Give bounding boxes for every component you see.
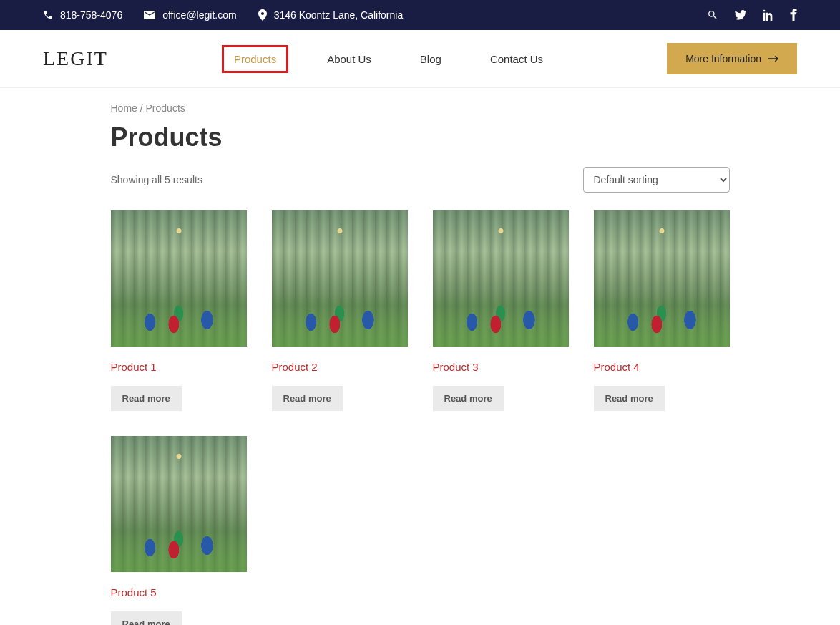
read-more-button[interactable]: Read more <box>433 386 504 411</box>
product-title: Product 4 <box>594 361 730 373</box>
nav-link-about[interactable]: About Us <box>317 47 381 71</box>
product-image <box>594 210 730 347</box>
product-image <box>433 210 569 347</box>
breadcrumb-sep: / <box>137 102 146 114</box>
cta-label: More Information <box>685 53 761 64</box>
read-more-button[interactable]: Read more <box>111 386 182 411</box>
product-grid: Product 1 Read more Product 2 Read more … <box>111 210 730 625</box>
topbar-social <box>707 9 797 21</box>
logo[interactable]: LEGIT <box>43 47 108 70</box>
products-toolbar: Showing all 5 results Default sorting <box>111 167 730 193</box>
arrow-right-icon <box>768 55 778 62</box>
product-card[interactable]: Product 3 Read more <box>433 210 569 411</box>
envelope-icon <box>144 11 155 19</box>
read-more-button[interactable]: Read more <box>111 611 182 625</box>
read-more-button[interactable]: Read more <box>272 386 343 411</box>
breadcrumb-current: Products <box>146 102 185 114</box>
product-image <box>111 436 247 572</box>
nav-link-contact[interactable]: Contact Us <box>480 47 553 71</box>
product-title: Product 5 <box>111 586 247 599</box>
search-icon[interactable] <box>707 9 718 21</box>
nav-link-products[interactable]: Products <box>222 45 288 73</box>
map-marker-icon <box>258 9 267 21</box>
main-content: Home / Products Products Showing all 5 r… <box>111 88 730 625</box>
product-image <box>272 210 408 347</box>
topbar-email[interactable]: office@legit.com <box>144 9 236 21</box>
more-info-button[interactable]: More Information <box>667 43 797 74</box>
breadcrumb: Home / Products <box>111 102 730 114</box>
page-title: Products <box>111 122 730 152</box>
result-count: Showing all 5 results <box>111 174 202 185</box>
product-card[interactable]: Product 4 Read more <box>594 210 730 411</box>
product-card[interactable]: Product 5 Read more <box>111 436 247 625</box>
nav-link-blog[interactable]: Blog <box>410 47 451 71</box>
nav-links: Products About Us Blog Contact Us <box>222 45 553 73</box>
topbar-address[interactable]: 3146 Koontz Lane, California <box>258 9 404 21</box>
address-text: 3146 Koontz Lane, California <box>274 9 404 21</box>
topbar: 818-758-4076 office@legit.com 3146 Koont… <box>0 0 840 30</box>
topbar-contact: 818-758-4076 office@legit.com 3146 Koont… <box>43 9 403 21</box>
facebook-icon[interactable] <box>790 9 797 21</box>
email-text: office@legit.com <box>162 9 236 21</box>
product-title: Product 2 <box>272 361 408 373</box>
topbar-phone[interactable]: 818-758-4076 <box>43 9 122 21</box>
phone-icon <box>43 10 53 20</box>
product-card[interactable]: Product 2 Read more <box>272 210 408 411</box>
product-image <box>111 210 247 347</box>
navbar: LEGIT Products About Us Blog Contact Us … <box>0 30 840 88</box>
phone-text: 818-758-4076 <box>60 9 122 21</box>
product-title: Product 1 <box>111 361 247 373</box>
twitter-icon[interactable] <box>734 10 747 20</box>
product-title: Product 3 <box>433 361 569 373</box>
product-card[interactable]: Product 1 Read more <box>111 210 247 411</box>
read-more-button[interactable]: Read more <box>594 386 665 411</box>
linkedin-icon[interactable] <box>763 9 774 21</box>
sort-select[interactable]: Default sorting <box>583 167 730 193</box>
breadcrumb-home[interactable]: Home <box>111 102 137 114</box>
